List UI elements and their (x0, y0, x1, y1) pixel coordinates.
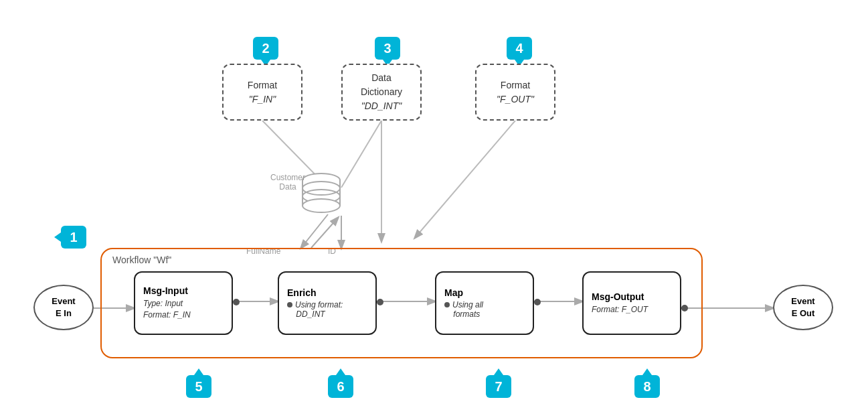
msg-output-subtitle: Format: F_OUT (592, 304, 648, 316)
event-out: EventE Out (773, 285, 833, 330)
svg-line-3 (301, 214, 328, 248)
customer-data-label: CustomerData (268, 173, 308, 192)
event-in-label: EventE In (52, 295, 75, 320)
svg-line-2 (415, 121, 515, 238)
map-subtitle: Using all formats (444, 300, 483, 319)
callout-7-label: 7 (495, 379, 502, 395)
enrich-box: Enrich Using format: DD_INT (278, 271, 377, 335)
msg-input-subtitle: Type: InputFormat: F_IN (143, 298, 191, 321)
format-fout-box: Format"F_OUT" (475, 64, 555, 121)
diagram-container: 1 2 3 4 5 6 7 8 Format"F_IN" DataDiction… (0, 0, 868, 420)
format-fin-box: Format"F_IN" (222, 64, 302, 121)
svg-line-1 (341, 121, 381, 188)
enrich-title: Enrich (287, 287, 317, 298)
callout-2-label: 2 (262, 41, 269, 56)
callout-3-label: 3 (383, 41, 391, 56)
event-out-label: EventE Out (791, 295, 814, 320)
callout-7: 7 (486, 375, 511, 398)
callout-8: 8 (634, 375, 660, 398)
msg-output-box: Msg-Output Format: F_OUT (582, 271, 681, 335)
msg-input-title: Msg-Input (143, 285, 188, 296)
data-dictionary-box: DataDictionary"DD_INT" (341, 64, 422, 121)
format-fout-label: Format"F_OUT" (497, 78, 534, 107)
format-fin-label: Format"F_IN" (248, 78, 277, 107)
callout-6-label: 6 (337, 379, 344, 395)
callout-4-label: 4 (515, 41, 523, 56)
data-dictionary-label: DataDictionary"DD_INT" (361, 71, 402, 113)
callout-5: 5 (186, 375, 211, 398)
event-in: EventE In (33, 285, 94, 330)
msg-output-title: Msg-Output (592, 291, 644, 302)
dot-after-msg-input (233, 299, 240, 305)
callout-6: 6 (328, 375, 353, 398)
callout-4: 4 (507, 37, 532, 60)
dot-after-msg-output (681, 305, 688, 311)
workflow-label: Workflow "Wf" (112, 255, 171, 265)
map-box: Map Using all formats (435, 271, 534, 335)
callout-8-label: 8 (643, 379, 650, 395)
svg-point-18 (302, 199, 340, 212)
callout-2: 2 (253, 37, 278, 60)
enrich-subtitle: Using format: DD_INT (287, 300, 343, 319)
svg-line-4 (311, 218, 338, 248)
dot-after-map (534, 299, 541, 305)
map-title: Map (444, 287, 463, 298)
callout-3: 3 (375, 37, 400, 60)
callout-5-label: 5 (195, 379, 202, 395)
callout-1: 1 (61, 226, 86, 249)
msg-input-box: Msg-Input Type: InputFormat: F_IN (134, 271, 233, 335)
callout-1-label: 1 (70, 230, 77, 245)
dot-after-enrich (377, 299, 383, 305)
